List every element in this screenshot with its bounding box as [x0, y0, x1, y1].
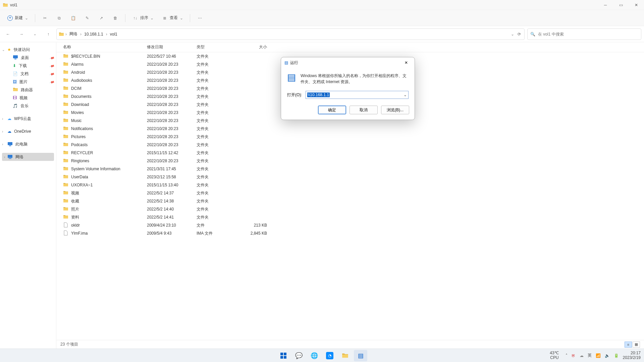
file-row[interactable]: Notifications 2022/10/28 20:23 文件夹	[56, 125, 644, 133]
column-header-name[interactable]: 名称	[56, 44, 144, 50]
recent-locations-button[interactable]: ⌄	[30, 29, 40, 40]
wechat-icon: 💬	[295, 352, 303, 359]
sidebar-item-quick[interactable]: ⬇ 下载 📌	[0, 62, 56, 70]
close-button[interactable]: ✕	[629, 0, 644, 10]
view-icons-button[interactable]: ▦	[633, 342, 640, 348]
cancel-button[interactable]: 取消	[350, 106, 378, 114]
ok-button[interactable]: 确定	[318, 106, 346, 114]
file-type: 文件夹	[193, 150, 233, 156]
temperature-widget[interactable]: 43℃ CPU	[550, 351, 558, 360]
tray-volume-icon[interactable]: 🔈	[605, 353, 610, 358]
taskbar-app-explorer[interactable]	[338, 350, 352, 361]
file-name: Alarms	[71, 62, 84, 67]
tray-wifi-icon[interactable]: 📶	[596, 353, 601, 358]
chevron-right-icon: ›	[106, 32, 107, 37]
file-row[interactable]: UXORXA~1 2015/11/15 13:40 文件夹	[56, 181, 644, 189]
paste-button[interactable]: 📋	[67, 13, 79, 23]
file-type: IMA 文件	[193, 231, 233, 236]
file-name: Podcasts	[71, 142, 88, 147]
share-button[interactable]: ↗	[95, 13, 108, 23]
taskbar-app-dingtalk[interactable]: ◔	[323, 350, 336, 361]
sidebar: ⌄★快速访问 桌面 📌 ⬇ 下载 📌 📄 文档 📌 🖼 图片 📌 路由器 🎞 视…	[0, 42, 56, 349]
system-tray: 43℃ CPU ˄ ⛨ ☁ 英 📶 🔈 🔋 20:17 2023/2/19	[550, 351, 644, 360]
sidebar-item-quick[interactable]: 📄 文档 📌	[0, 70, 56, 78]
copy-button[interactable]: ⧉	[53, 13, 65, 23]
address-dropdown-icon[interactable]: ⌄	[511, 32, 516, 37]
folder-icon	[59, 32, 64, 37]
sidebar-item-quick[interactable]: 🖼 图片 📌	[0, 78, 56, 86]
file-type: 文件夹	[193, 206, 233, 212]
file-row[interactable]: 照片 2022/5/2 14:40 文件夹	[56, 205, 644, 213]
file-row[interactable]: Ringtones 2022/10/28 20:23 文件夹	[56, 157, 644, 165]
tray-battery-icon[interactable]: 🔋	[614, 353, 619, 358]
address-bar[interactable]: › 网络 › 10.168.1.1 › vol1 ⌄ ⟳	[56, 28, 525, 40]
file-date: 2022/10/28 20:23	[144, 102, 193, 107]
breadcrumb-segment[interactable]: 10.168.1.1	[83, 31, 105, 37]
sidebar-item-network[interactable]: ›网络	[2, 153, 54, 161]
taskbar-app-wechat[interactable]: 💬	[292, 350, 306, 361]
tray-security-icon[interactable]: ⛨	[572, 353, 576, 358]
picture-icon: 🖼	[13, 79, 17, 84]
open-combobox[interactable]: \\10.168.1.1 ⌄	[306, 91, 409, 99]
search-box[interactable]: 🔍	[527, 28, 641, 40]
sidebar-item-onedrive[interactable]: ›☁OneDrive	[0, 127, 56, 135]
sidebar-item-label: 网络	[15, 154, 23, 160]
sidebar-item-quick[interactable]: 🎵 音乐	[0, 102, 56, 110]
file-row[interactable]: 收藏 2022/5/2 14:38 文件夹	[56, 197, 644, 205]
column-header-date[interactable]: 修改日期	[144, 44, 193, 50]
new-button[interactable]: + 新建 ⌄	[4, 13, 32, 23]
taskbar-app-run[interactable]: ▤	[354, 350, 367, 361]
column-header-size[interactable]: 大小	[233, 44, 270, 50]
column-header-type[interactable]: 类型	[193, 44, 233, 50]
sort-button[interactable]: ↑↓ 排序 ⌄	[129, 13, 157, 23]
file-name: UXORXA~1	[71, 183, 93, 187]
breadcrumb-segment[interactable]: vol1	[109, 31, 119, 37]
sidebar-item-thispc[interactable]: ›此电脑	[0, 140, 56, 148]
search-input[interactable]	[538, 32, 638, 37]
browse-button[interactable]: 浏览(B)...	[381, 106, 409, 114]
file-row[interactable]: okldr 2009/4/24 23:10 文件 213 KB	[56, 221, 644, 229]
dialog-close-button[interactable]: ✕	[401, 59, 411, 67]
sidebar-item-quick[interactable]: 🎞 视频	[0, 94, 56, 102]
file-row[interactable]: YlmF.ima 2009/5/4 9:43 IMA 文件 2,845 KB	[56, 229, 644, 237]
folder-icon	[63, 174, 68, 180]
file-row[interactable]: Podcasts 2022/10/28 20:23 文件夹	[56, 141, 644, 149]
sidebar-item-quick[interactable]: 桌面 📌	[0, 54, 56, 62]
tray-ime-indicator[interactable]: 英	[588, 353, 592, 358]
tray-chevron-up-icon[interactable]: ˄	[566, 353, 568, 358]
sidebar-item-wps[interactable]: ›☁WPS云盘	[0, 115, 56, 123]
view-details-button[interactable]: ≡	[625, 342, 632, 348]
sidebar-item-quick[interactable]: 路由器	[0, 86, 56, 94]
sidebar-item-label: 快速访问	[14, 47, 30, 53]
sidebar-item-quick-access[interactable]: ⌄★快速访问	[0, 46, 56, 54]
file-name: Android	[71, 70, 85, 75]
more-button[interactable]: ⋯	[194, 13, 206, 23]
taskbar-app-360[interactable]: 🌐	[308, 350, 321, 361]
file-row[interactable]: RECYCLER 2015/11/15 12:42 文件夹	[56, 149, 644, 157]
rename-button[interactable]: ✎	[81, 13, 94, 23]
file-row[interactable]: 资料 2022/5/2 14:41 文件夹	[56, 213, 644, 221]
run-icon: ▤	[287, 73, 296, 85]
back-button[interactable]: ←	[3, 29, 13, 40]
tray-onedrive-icon[interactable]: ☁	[580, 353, 584, 358]
start-button[interactable]	[277, 350, 290, 361]
cut-button[interactable]: ✂	[39, 13, 51, 23]
refresh-button[interactable]: ⟳	[518, 32, 522, 37]
file-row[interactable]: Pictures 2022/10/28 20:23 文件夹	[56, 133, 644, 141]
file-date: 2022/10/28 20:23	[144, 134, 193, 139]
up-button[interactable]: ↑	[43, 29, 54, 40]
delete-button[interactable]: 🗑	[109, 13, 122, 23]
view-button[interactable]: ≣ 查看 ⌄	[158, 13, 186, 23]
forward-button[interactable]: →	[16, 29, 27, 40]
breadcrumb-segment[interactable]: 网络	[68, 31, 79, 38]
minimize-button[interactable]: ─	[598, 0, 613, 10]
maximize-button[interactable]: ▭	[613, 0, 629, 10]
video-icon: 🎞	[13, 96, 17, 100]
status-text: 23 个项目	[60, 342, 78, 347]
file-row[interactable]: System Volume Information 2021/3/31 17:4…	[56, 165, 644, 173]
file-row[interactable]: 视频 2022/5/2 14:37 文件夹	[56, 189, 644, 197]
chevron-down-icon[interactable]: ⌄	[404, 93, 407, 97]
tray-clock[interactable]: 20:17 2023/2/19	[623, 351, 641, 360]
file-row[interactable]: UserData 2023/2/12 15:58 文件夹	[56, 173, 644, 181]
file-size: 2,845 KB	[233, 231, 270, 236]
